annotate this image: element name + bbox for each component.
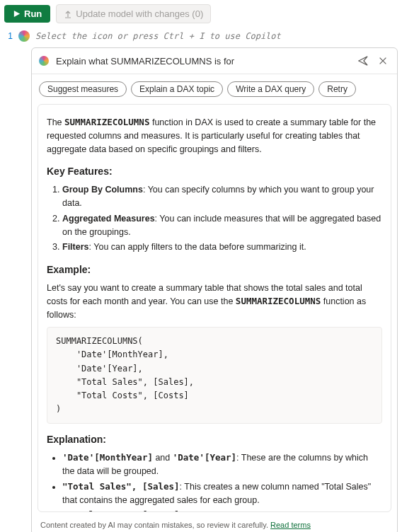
close-icon <box>378 56 388 66</box>
text: and <box>153 453 173 463</box>
close-button[interactable] <box>376 54 390 68</box>
editor-placeholder: Select the icon or press Ctrl + I to use… <box>35 31 281 41</box>
text-bold: Group By Columns <box>62 185 143 195</box>
list-item: "Total Sales", [Sales]: This creates a n… <box>62 480 382 507</box>
copilot-prompt-input[interactable] <box>54 55 350 67</box>
chip-suggest-measures[interactable]: Suggest measures <box>39 81 127 97</box>
code-inline: 'Date'[Year] <box>173 452 236 463</box>
heading-key-features: Key Features: <box>47 164 382 179</box>
copilot-panel: Suggest measures Explain a DAX topic Wri… <box>31 47 398 532</box>
send-icon <box>358 56 368 66</box>
upload-icon <box>64 10 72 18</box>
text: The <box>47 117 64 127</box>
chip-explain-dax-topic[interactable]: Explain a DAX topic <box>131 81 223 97</box>
function-name: SUMMARIZECOLUMNS <box>236 296 321 306</box>
disclaimer-text: Content created by AI may contain mistak… <box>40 521 270 529</box>
update-model-button: Update model with changes (0) <box>56 4 211 23</box>
send-button[interactable] <box>356 54 370 68</box>
line-number: 1 <box>4 31 13 41</box>
intro-paragraph: The SUMMARIZECOLUMNS function in DAX is … <box>47 116 382 156</box>
list-item: "Total Costs", [Costs]: This creates a n… <box>62 509 382 512</box>
heading-explanation: Explanation: <box>47 432 382 447</box>
run-label: Run <box>24 8 42 19</box>
run-button[interactable]: Run <box>4 5 50 23</box>
answer-content: The SUMMARIZECOLUMNS function in DAX is … <box>38 104 391 512</box>
chip-write-dax-query[interactable]: Write a DAX query <box>227 81 314 97</box>
update-label: Update model with changes (0) <box>76 8 203 19</box>
text: : You can apply filters to the data befo… <box>89 242 306 252</box>
suggestion-chips: Suggest measures Explain a DAX topic Wri… <box>32 74 397 104</box>
example-paragraph: Let's say you want to create a summary t… <box>47 282 382 321</box>
read-terms-link[interactable]: Read terms <box>270 521 311 529</box>
text-bold: Aggregated Measures <box>62 214 155 224</box>
code-inline: "Total Sales", [Sales] <box>62 481 180 492</box>
explanation-list: 'Date'[MonthYear] and 'Date'[Year]: Thes… <box>47 451 382 512</box>
code-inline: "Total Costs", [Costs] <box>62 509 180 512</box>
play-icon <box>13 10 21 18</box>
chip-retry[interactable]: Retry <box>318 81 356 97</box>
toolbar: Run Update model with changes (0) <box>0 0 402 28</box>
text-bold: Filters <box>62 242 89 252</box>
list-item: Filters: You can apply filters to the da… <box>62 241 382 254</box>
code-block: SUMMARIZECOLUMNS( 'Date'[MonthYear], 'Da… <box>47 327 382 424</box>
copilot-icon[interactable] <box>18 30 30 42</box>
list-item: 'Date'[MonthYear] and 'Date'[Year]: Thes… <box>62 451 382 478</box>
list-item: Aggregated Measures: You can include mea… <box>62 212 382 239</box>
heading-example: Example: <box>47 262 382 277</box>
panel-header <box>32 48 397 74</box>
disclaimer-footer: Content created by AI may contain mistak… <box>32 516 397 532</box>
copilot-icon <box>39 56 49 66</box>
features-list: Group By Columns: You can specify column… <box>47 183 382 254</box>
list-item: Group By Columns: You can specify column… <box>62 183 382 210</box>
editor-line[interactable]: 1 Select the icon or press Ctrl + I to u… <box>0 28 402 45</box>
code-inline: 'Date'[MonthYear] <box>62 452 153 463</box>
function-name: SUMMARIZECOLUMNS <box>64 117 149 127</box>
